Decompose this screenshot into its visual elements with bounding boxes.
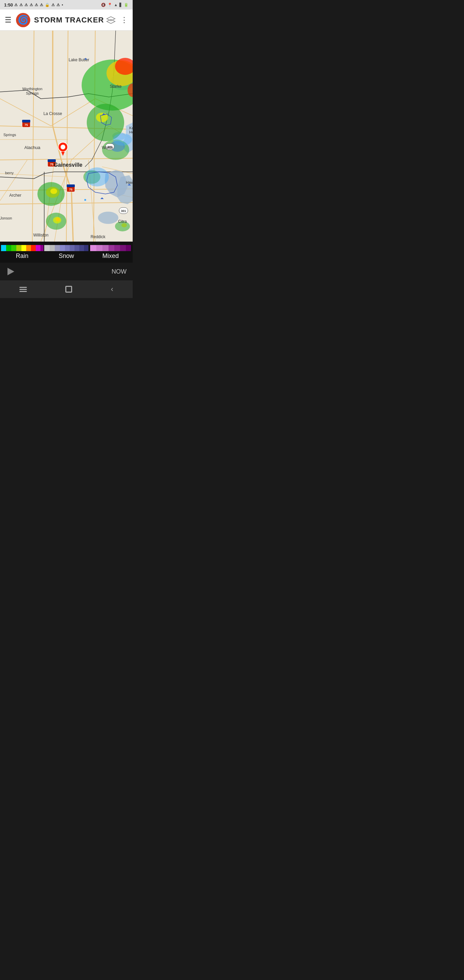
svg-text:La Crosse: La Crosse — [43, 111, 62, 116]
svg-point-32 — [98, 212, 118, 224]
mute-icon: 🔇 — [101, 3, 106, 7]
nav-line-1 — [19, 287, 27, 288]
nav-bar: ‹ — [0, 280, 133, 298]
svg-marker-2 — [107, 17, 115, 21]
svg-rect-56 — [48, 159, 56, 162]
mixed-label: Mixed — [102, 253, 119, 259]
svg-rect-53 — [22, 120, 30, 123]
svg-text:Springs: Springs — [26, 91, 39, 95]
svg-text:Waldo: Waldo — [102, 145, 113, 150]
home-square-icon — [65, 286, 72, 293]
map-view[interactable]: 75 75 75 301 301 Lake Butler Worthington… — [0, 30, 133, 242]
svg-text:Key: Key — [129, 126, 133, 130]
battery-icon: 🔋 — [124, 3, 129, 7]
svg-point-49 — [113, 134, 132, 146]
svg-text:Alachua: Alachua — [24, 145, 41, 150]
svg-text:Citra: Citra — [118, 219, 127, 224]
svg-text:75: 75 — [69, 188, 73, 191]
android-back-button[interactable]: ‹ — [103, 282, 121, 296]
svg-point-43 — [50, 189, 57, 194]
svg-point-46 — [56, 218, 60, 221]
android-home-button[interactable] — [57, 283, 80, 295]
svg-text:301: 301 — [121, 209, 126, 213]
svg-point-66 — [60, 145, 65, 150]
wifi-icon: ▲ — [114, 3, 118, 7]
app-title: STORM TRACKER — [34, 16, 106, 24]
svg-text:He: He — [129, 130, 133, 134]
signal-icon: ▋ — [119, 3, 122, 7]
app-header: ☰ 🌀 STORM TRACKER ⋮ — [0, 10, 133, 30]
mixed-color-strip — [90, 245, 131, 251]
android-menu-button[interactable] — [11, 284, 35, 295]
mixed-legend: Mixed — [89, 245, 133, 259]
warning-icons: ⚠ ⚠ ⚠ ⚠ ⚠ ⚠ 🔒 ⚠ ⚠ • — [14, 3, 63, 7]
svg-text:Springs: Springs — [3, 133, 16, 137]
legend-bar: Rain Snow Mixed — [0, 242, 133, 263]
svg-text:75: 75 — [50, 163, 53, 166]
time-display: 1:50 — [4, 2, 13, 8]
status-bar: 1:50 ⚠ ⚠ ⚠ ⚠ ⚠ ⚠ 🔒 ⚠ ⚠ • 🔇 📍 ▲ ▋ 🔋 — [0, 0, 133, 10]
nav-line-3 — [19, 291, 27, 292]
now-label: NOW — [111, 268, 127, 275]
back-chevron-icon: ‹ — [111, 285, 113, 294]
play-button[interactable] — [6, 267, 16, 276]
svg-text:Archer: Archer — [9, 193, 21, 198]
layers-icon[interactable] — [106, 15, 116, 25]
svg-text:Jonson: Jonson — [0, 216, 12, 220]
menu-button[interactable]: ☰ — [5, 16, 11, 24]
svg-marker-3 — [107, 19, 115, 24]
menu-lines-icon — [19, 287, 27, 292]
status-icons: 🔇 📍 ▲ ▋ 🔋 — [101, 3, 129, 7]
rain-legend: Rain — [0, 245, 44, 259]
snow-label: Snow — [59, 253, 74, 259]
svg-text:Worthington: Worthington — [22, 87, 42, 91]
play-icon — [8, 268, 14, 275]
snow-legend: Snow — [44, 245, 89, 259]
rain-color-strip — [1, 245, 43, 251]
svg-rect-87 — [84, 199, 86, 201]
svg-text:Gainesville: Gainesville — [54, 162, 83, 168]
snow-color-strip — [44, 245, 89, 251]
svg-text:berry: berry — [5, 171, 14, 175]
place-lake-butler: Lake Butler — [69, 57, 89, 62]
svg-rect-59 — [67, 185, 75, 187]
location-icon: 📍 — [108, 3, 112, 7]
svg-point-48 — [85, 167, 109, 186]
svg-text:Reddick: Reddick — [91, 234, 105, 239]
status-time: 1:50 ⚠ ⚠ ⚠ ⚠ ⚠ ⚠ 🔒 ⚠ ⚠ • — [4, 2, 63, 8]
svg-text:🌀: 🌀 — [18, 14, 29, 25]
svg-text:Williston: Williston — [33, 233, 49, 237]
rain-label: Rain — [16, 253, 28, 259]
svg-text:Starke: Starke — [110, 84, 122, 89]
svg-text:75: 75 — [24, 123, 28, 127]
playback-bar: NOW — [0, 263, 133, 280]
app-logo: 🌀 — [16, 13, 30, 27]
nav-line-2 — [19, 289, 27, 290]
more-options-button[interactable]: ⋮ — [121, 16, 128, 24]
